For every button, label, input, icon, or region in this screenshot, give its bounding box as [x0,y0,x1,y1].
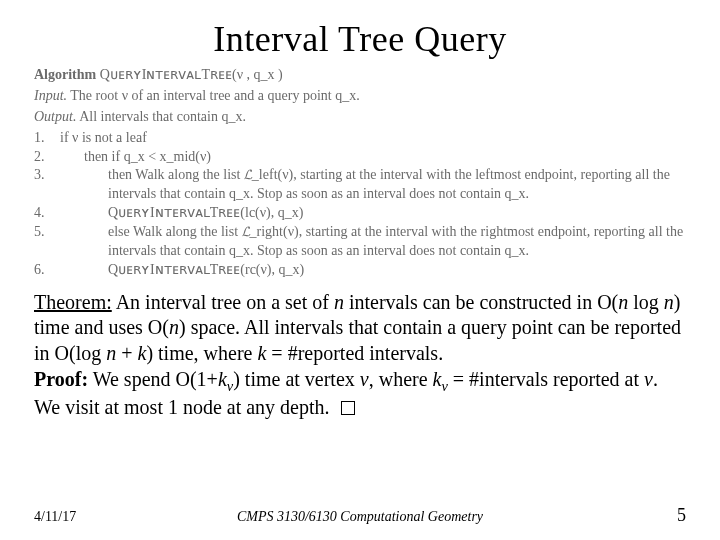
step-text: then if q_x < x_mid(ν) [60,148,686,167]
theorem-text: = #reported intervals. [266,342,443,364]
step-text: QᴜᴇʀʏIɴᴛᴇʀᴠᴀʟTʀᴇᴇ(lc(ν), q_x) [60,204,686,223]
step-number: 1. [34,129,50,148]
step-text: if ν is not a leaf [60,129,686,148]
theorem-text: + [116,342,137,364]
var-n: n [618,291,628,313]
proof-text: ) time at vertex [233,368,360,390]
theorem-text: ) time, where [146,342,257,364]
algorithm-block: Algorithm QᴜᴇʀʏIɴᴛᴇʀᴠᴀʟTʀᴇᴇ(ν , q_x ) In… [34,66,686,280]
theorem-text: log [628,291,664,313]
step-number: 3. [34,166,50,185]
step-number: 4. [34,204,50,223]
output-text: All intervals that contain q_x. [79,109,246,124]
var-v: v [360,368,369,390]
theorem-text: intervals can be constructed in O( [344,291,618,313]
var-n: n [106,342,116,364]
footer-course: CMPS 3130/6130 Computational Geometry [114,509,606,525]
var-kv: k [218,368,227,390]
var-n: n [169,316,179,338]
var-v: v [644,368,653,390]
input-text: The root ν of an interval tree and a que… [70,88,359,103]
algorithm-label: Algorithm [34,67,96,82]
slide-footer: 4/11/17 CMPS 3130/6130 Computational Geo… [0,505,720,526]
proof-label: Proof: [34,368,88,390]
theorem-label: Theorem: [34,291,112,313]
proof-text: , where [369,368,433,390]
qed-box-icon [341,401,355,415]
algorithm-signature: Algorithm QᴜᴇʀʏIɴᴛᴇʀᴠᴀʟTʀᴇᴇ(ν , q_x ) [34,66,686,85]
proof-text: We spend O(1+ [88,368,218,390]
algorithm-output: Output. All intervals that contain q_x. [34,108,686,127]
algo-step: 4. QᴜᴇʀʏIɴᴛᴇʀᴠᴀʟTʀᴇᴇ(lc(ν), q_x) [34,204,686,223]
footer-date: 4/11/17 [34,509,114,525]
algorithm-input: Input. The root ν of an interval tree an… [34,87,686,106]
step-number: 5. [34,223,50,242]
theorem-text: An interval tree on a set of [116,291,334,313]
theorem-block: Theorem: An interval tree on a set of n … [34,290,686,421]
proof-text: = #intervals reported at [448,368,644,390]
algo-step: 6. QᴜᴇʀʏIɴᴛᴇʀᴠᴀʟTʀᴇᴇ(rc(ν), q_x) [34,261,686,280]
algorithm-name: QᴜᴇʀʏIɴᴛᴇʀᴠᴀʟTʀᴇᴇ(ν , q_x ) [100,67,283,82]
algo-step: 5. else Walk along the list 𝓛_right(ν), … [34,223,686,261]
step-text: then Walk along the list 𝓛_left(ν), star… [60,166,686,204]
slide-title: Interval Tree Query [34,18,686,60]
step-number: 6. [34,261,50,280]
step-text: QᴜᴇʀʏIɴᴛᴇʀᴠᴀʟTʀᴇᴇ(rc(ν), q_x) [60,261,686,280]
algo-step: 1. if ν is not a leaf [34,129,686,148]
step-text: else Walk along the list 𝓛_right(ν), sta… [60,223,686,261]
var-n: n [664,291,674,313]
step-number: 2. [34,148,50,167]
algo-step: 3. then Walk along the list 𝓛_left(ν), s… [34,166,686,204]
algo-step: 2. then if q_x < x_mid(ν) [34,148,686,167]
input-label: Input. [34,88,67,103]
footer-page-number: 5 [606,505,686,526]
var-n: n [334,291,344,313]
output-label: Output. [34,109,76,124]
